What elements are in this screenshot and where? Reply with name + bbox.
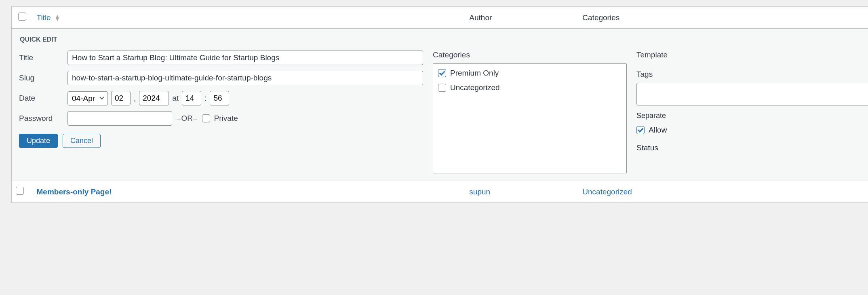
status-heading: Status [636, 143, 868, 152]
hour-input[interactable] [182, 91, 201, 105]
day-input[interactable] [111, 91, 131, 105]
post-title-link[interactable]: Members-only Page! [37, 188, 112, 196]
quick-edit-right-column: Template Tags Separate Allow Status [636, 51, 868, 173]
tags-hint: Separate [636, 112, 868, 120]
tags-input[interactable] [636, 83, 868, 105]
table-row: Members-only Page! supun Uncategorized [12, 181, 868, 203]
quick-edit-categories-column: Categories Premium Only Uncategorized [433, 51, 627, 173]
quick-edit-legend: QUICK EDIT [20, 36, 868, 43]
quick-edit-row: QUICK EDIT Title Slug Date [12, 29, 868, 181]
post-author-link[interactable]: supun [469, 188, 490, 196]
column-checkbox [12, 7, 33, 29]
slug-input[interactable] [67, 71, 423, 85]
minute-input[interactable] [210, 91, 229, 105]
post-category-link[interactable]: Uncategorized [582, 188, 632, 196]
category-checkbox-uncategorized[interactable] [438, 84, 446, 92]
date-label: Date [19, 94, 67, 103]
column-title[interactable]: Title ▲▼ [33, 7, 466, 29]
quick-edit-left-column: Title Slug Date 04-Apr [19, 51, 423, 173]
month-select[interactable]: 04-Apr [67, 91, 108, 105]
private-checkbox[interactable] [202, 114, 210, 122]
category-label: Uncategorized [450, 83, 500, 92]
column-author-label: Author [469, 13, 492, 22]
column-categories-label: Categories [582, 13, 619, 22]
category-label: Premium Only [450, 69, 499, 78]
category-item: Premium Only [438, 69, 622, 78]
allow-label: Allow [649, 126, 667, 135]
sort-icon: ▲▼ [55, 15, 60, 21]
column-categories[interactable]: Categories [578, 7, 868, 29]
category-item: Uncategorized [438, 83, 622, 92]
cancel-button[interactable]: Cancel [63, 134, 101, 148]
title-input[interactable] [67, 51, 423, 65]
year-input[interactable] [139, 91, 169, 105]
update-button[interactable]: Update [19, 134, 58, 148]
at-label: at [172, 94, 179, 103]
column-title-label: Title [37, 13, 51, 22]
title-label: Title [19, 53, 67, 62]
or-label: –OR– [177, 114, 197, 123]
select-all-checkbox[interactable] [18, 13, 26, 21]
allow-checkbox[interactable] [636, 126, 645, 134]
private-label: Private [214, 114, 238, 123]
categories-box[interactable]: Premium Only Uncategorized [433, 63, 627, 173]
template-heading: Template [636, 51, 868, 59]
password-label: Password [19, 114, 67, 123]
password-input[interactable] [67, 111, 172, 126]
posts-table: Title ▲▼ Author Categories QUICK EDIT Ti… [11, 6, 868, 203]
comma-separator: , [134, 94, 136, 103]
slug-label: Slug [19, 74, 67, 82]
categories-heading: Categories [433, 51, 627, 59]
colon-separator: : [204, 94, 206, 103]
category-checkbox-premium[interactable] [438, 69, 446, 77]
tags-heading: Tags [636, 70, 868, 79]
table-header-row: Title ▲▼ Author Categories [12, 7, 868, 29]
row-checkbox[interactable] [16, 187, 24, 195]
column-author[interactable]: Author [465, 7, 578, 29]
